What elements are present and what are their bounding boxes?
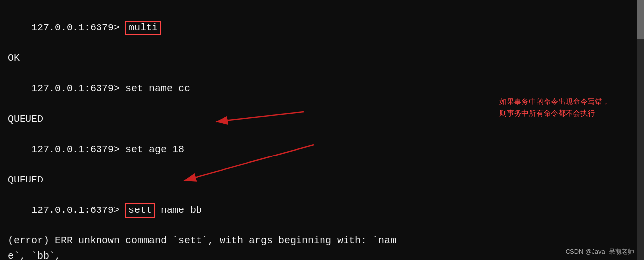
cmd-sett: sett bbox=[125, 203, 155, 218]
annotation-line2: 则事务中所有命令都不会执行 bbox=[499, 107, 610, 119]
annotation-line1: 如果事务中的命令出现命令写错， bbox=[499, 96, 610, 107]
cmd-multi: multi bbox=[125, 21, 161, 35]
prompt-3: 127.0.0.1:6379> bbox=[31, 83, 125, 94]
prompt-7: 127.0.0.1:6379> bbox=[31, 205, 125, 216]
line-7: 127.0.0.1:6379> sett name bb bbox=[8, 187, 636, 233]
annotation-box: 如果事务中的命令出现命令写错， 则事务中所有命令都不会执行 bbox=[499, 96, 610, 119]
scrollbar[interactable] bbox=[637, 0, 644, 260]
cmd-sett-args: name bb bbox=[155, 205, 202, 216]
watermark: CSDN @Java_呆萌老师 bbox=[566, 247, 634, 256]
cmd-set-age: set age 18 bbox=[125, 144, 184, 155]
prompt-1: 127.0.0.1:6379> bbox=[31, 22, 125, 33]
line-5: 127.0.0.1:6379> set age 18 bbox=[8, 127, 636, 172]
terminal: 127.0.0.1:6379> multi OK 127.0.0.1:6379>… bbox=[0, 0, 644, 260]
line-8: (error) ERR unknown command `sett`, with… bbox=[8, 233, 636, 248]
cmd-set-name: set name cc bbox=[125, 83, 190, 94]
line-9: e`, `bb`, bbox=[8, 248, 636, 260]
scrollbar-thumb[interactable] bbox=[637, 0, 644, 39]
line-6: QUEUED bbox=[8, 172, 636, 187]
prompt-5: 127.0.0.1:6379> bbox=[31, 144, 125, 155]
line-2: OK bbox=[8, 51, 636, 66]
line-1: 127.0.0.1:6379> multi bbox=[8, 5, 636, 51]
